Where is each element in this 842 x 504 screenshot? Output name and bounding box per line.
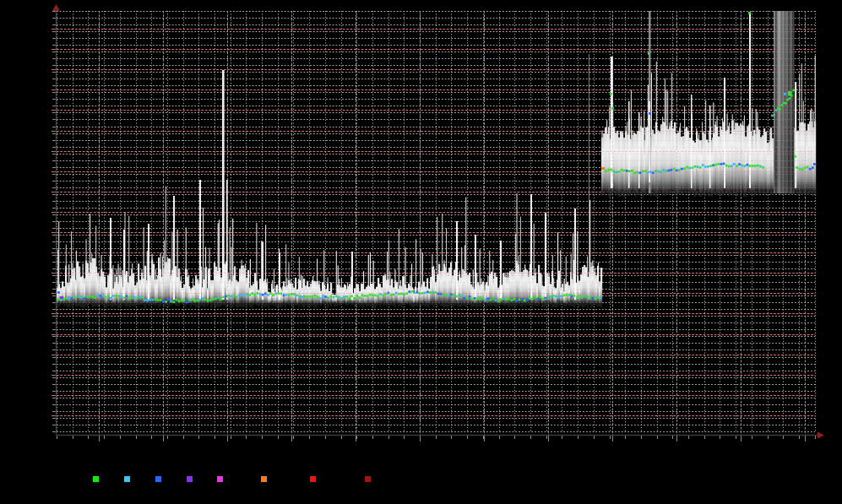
legend-swatch-3 (155, 476, 161, 482)
legend-swatch-2 (124, 476, 130, 482)
legend-swatch-1 (93, 476, 99, 482)
legend-swatch-8 (365, 476, 371, 482)
legend-swatch-6 (261, 476, 267, 482)
packet-loss-color-legend (0, 0, 842, 504)
legend-swatch-5 (217, 476, 223, 482)
latency-graph-screen (0, 0, 842, 504)
legend-swatch-7 (310, 476, 316, 482)
legend-swatch-4 (187, 476, 193, 482)
